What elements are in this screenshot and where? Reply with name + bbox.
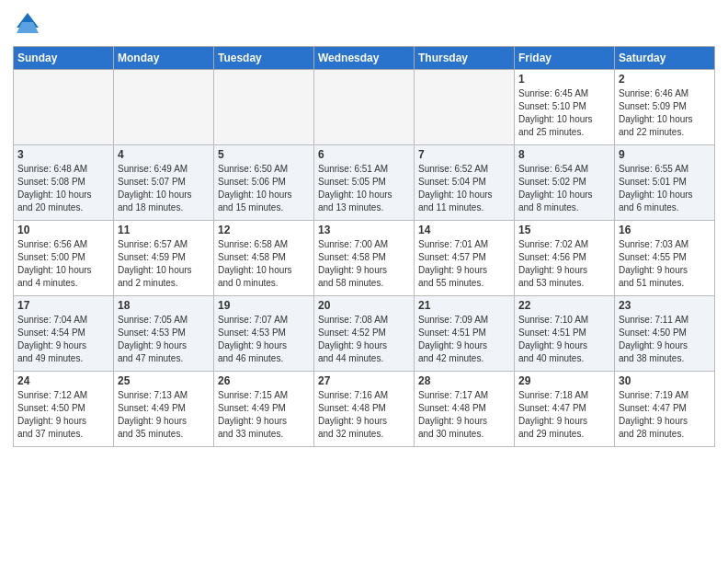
day-detail: Sunrise: 7:09 AM Sunset: 4:51 PM Dayligh… [418,314,510,365]
day-detail: Sunrise: 6:56 AM Sunset: 5:00 PM Dayligh… [17,238,109,290]
calendar-day-cell [114,70,214,145]
calendar-day-cell: 10Sunrise: 6:56 AM Sunset: 5:00 PM Dayli… [14,221,114,296]
day-detail: Sunrise: 7:00 AM Sunset: 4:58 PM Dayligh… [318,238,410,290]
calendar-day-cell: 5Sunrise: 6:50 AM Sunset: 5:06 PM Daylig… [214,145,314,221]
weekday-header-saturday: Saturday [615,47,715,70]
logo [13,9,46,39]
day-number: 19 [218,299,310,312]
day-number: 16 [619,224,711,236]
day-detail: Sunrise: 7:12 AM Sunset: 4:50 PM Dayligh… [17,389,109,441]
day-number: 26 [218,374,310,387]
calendar-day-cell: 16Sunrise: 7:03 AM Sunset: 4:55 PM Dayli… [615,221,715,296]
day-detail: Sunrise: 6:46 AM Sunset: 5:09 PM Dayligh… [619,87,711,139]
day-number: 27 [318,374,410,387]
day-number: 3 [17,148,109,161]
calendar-day-cell: 3Sunrise: 6:48 AM Sunset: 5:08 PM Daylig… [14,145,114,221]
calendar-day-cell: 14Sunrise: 7:01 AM Sunset: 4:57 PM Dayli… [415,221,515,296]
weekday-header-sunday: Sunday [14,47,114,70]
day-detail: Sunrise: 6:55 AM Sunset: 5:01 PM Dayligh… [619,163,711,214]
calendar-week-row: 24Sunrise: 7:12 AM Sunset: 4:50 PM Dayli… [14,372,715,447]
calendar-day-cell: 9Sunrise: 6:55 AM Sunset: 5:01 PM Daylig… [615,145,715,221]
day-detail: Sunrise: 7:05 AM Sunset: 4:53 PM Dayligh… [118,314,210,365]
calendar-day-cell: 24Sunrise: 7:12 AM Sunset: 4:50 PM Dayli… [14,372,114,447]
day-number: 13 [318,224,410,236]
weekday-header-tuesday: Tuesday [214,47,314,70]
weekday-header-friday: Friday [515,47,615,70]
calendar-table: SundayMondayTuesdayWednesdayThursdayFrid… [13,46,715,447]
calendar-day-cell: 6Sunrise: 6:51 AM Sunset: 5:05 PM Daylig… [314,145,415,221]
calendar-week-row: 17Sunrise: 7:04 AM Sunset: 4:54 PM Dayli… [14,296,715,372]
day-detail: Sunrise: 7:17 AM Sunset: 4:48 PM Dayligh… [418,389,510,441]
calendar-day-cell: 26Sunrise: 7:15 AM Sunset: 4:49 PM Dayli… [214,372,314,447]
calendar-day-cell: 28Sunrise: 7:17 AM Sunset: 4:48 PM Dayli… [415,372,515,447]
calendar-day-cell: 29Sunrise: 7:18 AM Sunset: 4:47 PM Dayli… [515,372,615,447]
day-number: 11 [118,224,210,236]
day-number: 7 [418,148,510,161]
day-number: 15 [518,224,610,236]
day-detail: Sunrise: 7:13 AM Sunset: 4:49 PM Dayligh… [118,389,210,441]
day-detail: Sunrise: 6:57 AM Sunset: 4:59 PM Dayligh… [118,238,210,290]
calendar-day-cell: 12Sunrise: 6:58 AM Sunset: 4:58 PM Dayli… [214,221,314,296]
day-number: 17 [17,299,109,312]
weekday-header-wednesday: Wednesday [314,47,415,70]
day-detail: Sunrise: 6:52 AM Sunset: 5:04 PM Dayligh… [418,163,510,214]
day-number: 28 [418,374,510,387]
day-detail: Sunrise: 7:11 AM Sunset: 4:50 PM Dayligh… [619,314,711,365]
calendar-day-cell: 19Sunrise: 7:07 AM Sunset: 4:53 PM Dayli… [214,296,314,372]
weekday-header-thursday: Thursday [415,47,515,70]
day-number: 6 [318,148,410,161]
weekday-header-row: SundayMondayTuesdayWednesdayThursdayFrid… [14,47,715,70]
calendar-day-cell: 18Sunrise: 7:05 AM Sunset: 4:53 PM Dayli… [114,296,214,372]
calendar-day-cell: 8Sunrise: 6:54 AM Sunset: 5:02 PM Daylig… [515,145,615,221]
day-detail: Sunrise: 6:45 AM Sunset: 5:10 PM Dayligh… [518,87,610,139]
calendar-day-cell [14,70,114,145]
day-detail: Sunrise: 6:49 AM Sunset: 5:07 PM Dayligh… [118,163,210,214]
day-detail: Sunrise: 6:48 AM Sunset: 5:08 PM Dayligh… [17,163,109,214]
calendar-week-row: 3Sunrise: 6:48 AM Sunset: 5:08 PM Daylig… [14,145,715,221]
day-number: 1 [518,73,610,86]
day-number: 25 [118,374,210,387]
day-number: 22 [518,299,610,312]
day-detail: Sunrise: 7:08 AM Sunset: 4:52 PM Dayligh… [318,314,410,365]
day-detail: Sunrise: 6:51 AM Sunset: 5:05 PM Dayligh… [318,163,410,214]
calendar-day-cell [214,70,314,145]
day-detail: Sunrise: 7:07 AM Sunset: 4:53 PM Dayligh… [218,314,310,365]
day-number: 14 [418,224,510,236]
calendar-week-row: 1Sunrise: 6:45 AM Sunset: 5:10 PM Daylig… [14,70,715,145]
calendar-day-cell: 17Sunrise: 7:04 AM Sunset: 4:54 PM Dayli… [14,296,114,372]
calendar-day-cell: 4Sunrise: 6:49 AM Sunset: 5:07 PM Daylig… [114,145,214,221]
day-number: 29 [518,374,610,387]
day-detail: Sunrise: 7:01 AM Sunset: 4:57 PM Dayligh… [418,238,510,290]
calendar-day-cell: 1Sunrise: 6:45 AM Sunset: 5:10 PM Daylig… [515,70,615,145]
logo-icon [13,9,42,39]
calendar-day-cell: 13Sunrise: 7:00 AM Sunset: 4:58 PM Dayli… [314,221,415,296]
calendar-day-cell: 21Sunrise: 7:09 AM Sunset: 4:51 PM Dayli… [415,296,515,372]
day-number: 24 [17,374,109,387]
day-number: 8 [518,148,610,161]
day-detail: Sunrise: 6:54 AM Sunset: 5:02 PM Dayligh… [518,163,610,214]
header [13,9,715,39]
day-number: 5 [218,148,310,161]
day-detail: Sunrise: 7:02 AM Sunset: 4:56 PM Dayligh… [518,238,610,290]
calendar-day-cell: 15Sunrise: 7:02 AM Sunset: 4:56 PM Dayli… [515,221,615,296]
day-number: 21 [418,299,510,312]
calendar-day-cell: 23Sunrise: 7:11 AM Sunset: 4:50 PM Dayli… [615,296,715,372]
calendar-day-cell: 20Sunrise: 7:08 AM Sunset: 4:52 PM Dayli… [314,296,415,372]
day-number: 20 [318,299,410,312]
day-number: 9 [619,148,711,161]
weekday-header-monday: Monday [114,47,214,70]
calendar-week-row: 10Sunrise: 6:56 AM Sunset: 5:00 PM Dayli… [14,221,715,296]
day-detail: Sunrise: 7:03 AM Sunset: 4:55 PM Dayligh… [619,238,711,290]
day-number: 10 [17,224,109,236]
day-detail: Sunrise: 7:15 AM Sunset: 4:49 PM Dayligh… [218,389,310,441]
calendar-day-cell: 11Sunrise: 6:57 AM Sunset: 4:59 PM Dayli… [114,221,214,296]
day-number: 18 [118,299,210,312]
day-detail: Sunrise: 7:18 AM Sunset: 4:47 PM Dayligh… [518,389,610,441]
calendar-day-cell: 22Sunrise: 7:10 AM Sunset: 4:51 PM Dayli… [515,296,615,372]
calendar-day-cell: 7Sunrise: 6:52 AM Sunset: 5:04 PM Daylig… [415,145,515,221]
calendar-day-cell: 30Sunrise: 7:19 AM Sunset: 4:47 PM Dayli… [615,372,715,447]
day-detail: Sunrise: 7:10 AM Sunset: 4:51 PM Dayligh… [518,314,610,365]
day-number: 12 [218,224,310,236]
calendar-day-cell: 27Sunrise: 7:16 AM Sunset: 4:48 PM Dayli… [314,372,415,447]
day-detail: Sunrise: 7:19 AM Sunset: 4:47 PM Dayligh… [619,389,711,441]
